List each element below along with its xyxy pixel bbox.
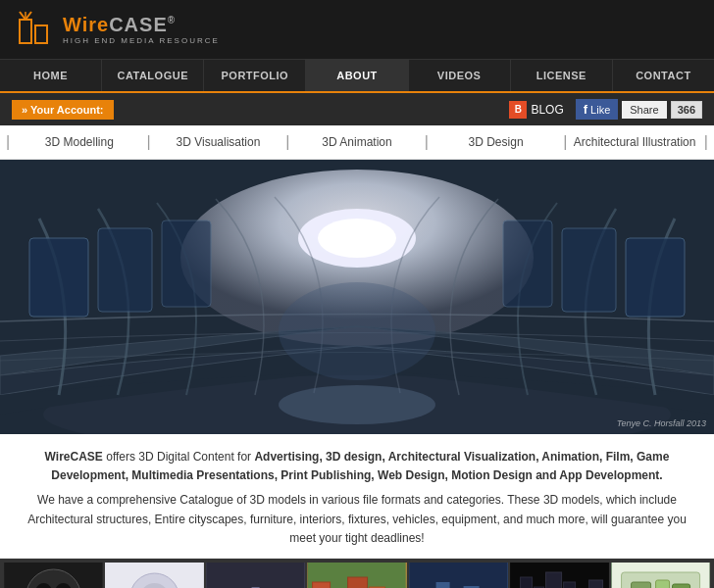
sub-nav-3d-design[interactable]: 3D Design — [433, 135, 559, 149]
svg-rect-14 — [98, 228, 152, 312]
logo-icon — [12, 8, 55, 51]
svg-rect-15 — [162, 220, 211, 307]
logo-tagline: HIGH END MEDIA RESOURCE — [63, 36, 220, 45]
thumb-7[interactable] — [611, 563, 710, 588]
svg-rect-54 — [545, 572, 561, 588]
logo-registered: ® — [168, 15, 176, 25]
toolbar: Your Account: B BLOG f Like Share 366 — [0, 93, 714, 125]
nav-catalogue[interactable]: CATALOGUE — [102, 60, 204, 91]
brand-name: WireCASE — [45, 450, 103, 464]
thumb-2[interactable] — [105, 563, 204, 588]
nav-portfolio[interactable]: PORTFOLIO — [204, 60, 306, 91]
svg-rect-42 — [409, 563, 507, 588]
hero-credit: Tenye C. Horsfall 2013 — [617, 418, 706, 428]
blog-button[interactable]: B BLOG — [509, 101, 563, 119]
desc-text-1: offers 3D Digital Content for — [106, 450, 254, 464]
svg-rect-55 — [563, 582, 575, 588]
sub-nav-arch-illustration[interactable]: Architectural Illustration — [571, 135, 697, 149]
description-intro: WireCASE offers 3D Digital Content for A… — [16, 448, 698, 485]
svg-rect-16 — [626, 238, 685, 317]
sub-nav-sep-0: | — [0, 133, 16, 151]
description-body: We have a comprehensive Catalogue of 3D … — [16, 491, 698, 548]
thumbnail-strip — [0, 559, 714, 588]
logo-wire: Wire — [63, 14, 109, 35]
svg-rect-18 — [503, 220, 552, 307]
nav-home[interactable]: HOME — [0, 60, 102, 91]
logo: WireCASE® HIGH END MEDIA RESOURCE — [12, 8, 220, 51]
account-button[interactable]: Your Account: — [12, 100, 114, 120]
svg-rect-60 — [631, 582, 650, 588]
site-header: WireCASE® HIGH END MEDIA RESOURCE — [0, 0, 714, 60]
svg-rect-57 — [588, 580, 602, 588]
thumb-1[interactable] — [4, 563, 103, 588]
share-count: 366 — [671, 101, 702, 119]
svg-rect-0 — [12, 8, 55, 51]
facebook-widget[interactable]: f Like Share 366 — [576, 99, 702, 120]
sub-nav-sep-3: | — [421, 133, 433, 151]
svg-rect-46 — [435, 582, 449, 588]
logo-wordmark: WireCASE® — [63, 14, 220, 36]
main-nav: HOME CATALOGUE PORTFOLIO ABOUT VIDEOS LI… — [0, 60, 714, 93]
sub-nav-sep-2: | — [281, 133, 293, 151]
svg-point-11 — [279, 282, 435, 380]
thumb-4[interactable] — [307, 563, 406, 588]
svg-rect-61 — [655, 580, 669, 588]
sub-nav-3d-animation[interactable]: 3D Animation — [293, 135, 420, 149]
logo-text: WireCASE® HIGH END MEDIA RESOURCE — [63, 14, 220, 45]
blog-label: BLOG — [531, 103, 563, 117]
nav-contact[interactable]: CONTACT — [613, 60, 714, 91]
thumb-5[interactable] — [409, 563, 508, 588]
sub-nav-3d-modelling[interactable]: 3D Modelling — [16, 135, 142, 149]
svg-rect-52 — [520, 577, 532, 588]
svg-rect-37 — [313, 582, 331, 588]
svg-rect-39 — [348, 577, 368, 588]
hero-svg — [0, 160, 714, 434]
sub-nav: | 3D Modelling | 3D Visualisation | 3D A… — [0, 125, 714, 160]
facebook-like-button[interactable]: f Like — [576, 99, 619, 120]
sub-nav-sep-1: | — [143, 133, 155, 151]
facebook-f-icon: f — [584, 102, 587, 117]
sub-nav-sep-5: | — [698, 133, 714, 151]
nav-license[interactable]: LICENSE — [511, 60, 613, 91]
svg-rect-28 — [207, 563, 305, 588]
sub-nav-3d-visualisation[interactable]: 3D Visualisation — [155, 135, 281, 149]
hero-image: Tenye C. Horsfall 2013 — [0, 160, 714, 434]
svg-rect-13 — [29, 238, 88, 317]
like-label: Like — [590, 104, 610, 116]
logo-case: CASE — [109, 14, 168, 35]
share-button[interactable]: Share — [622, 101, 666, 119]
svg-point-12 — [279, 385, 435, 424]
svg-point-10 — [318, 219, 396, 258]
nav-about[interactable]: ABOUT — [306, 60, 408, 91]
thumb-3[interactable] — [206, 563, 305, 588]
thumb-6[interactable] — [510, 563, 609, 588]
description-section: WireCASE offers 3D Digital Content for A… — [0, 434, 714, 559]
svg-rect-62 — [672, 584, 689, 588]
blog-icon: B — [509, 101, 527, 119]
nav-videos[interactable]: VIDEOS — [409, 60, 511, 91]
sub-nav-sep-4: | — [559, 133, 571, 151]
svg-rect-17 — [562, 228, 616, 312]
